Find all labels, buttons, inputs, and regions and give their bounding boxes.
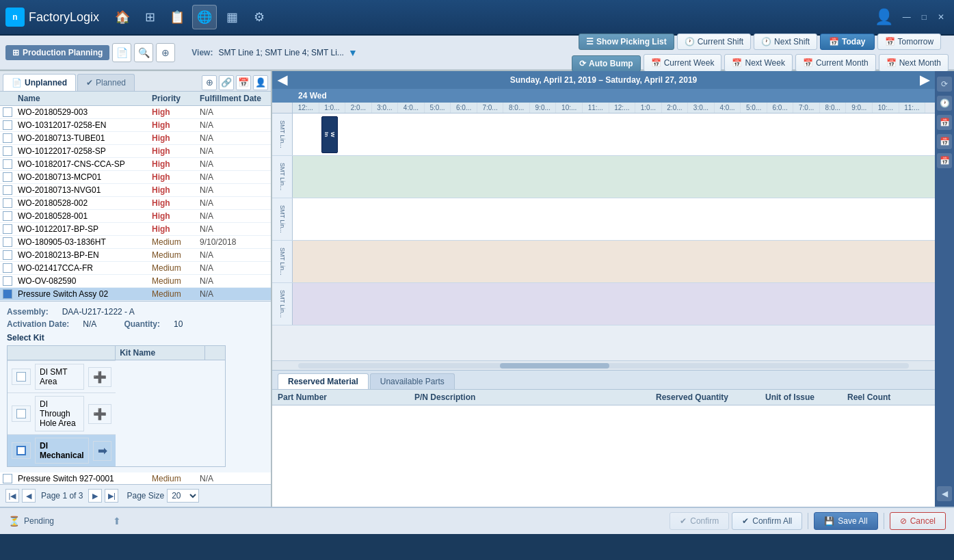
prev-page-btn[interactable]: ◀ (22, 489, 36, 503)
save-all-button[interactable]: 💾 Save All (814, 512, 877, 530)
tab-unavailable-parts[interactable]: Unavailable Parts (370, 373, 455, 389)
row-checkbox[interactable] (3, 224, 12, 234)
table-row[interactable]: Pressure Switch Assy 02 Medium N/A (0, 288, 271, 301)
horizontal-scrollbar[interactable] (272, 360, 935, 370)
sidebar-toggle-icon[interactable]: ◀ (937, 486, 952, 501)
row-checkbox[interactable] (3, 198, 12, 208)
table-row[interactable]: WO-20180213-BP-EN Medium N/A (0, 249, 271, 262)
list-item[interactable]: DI Through Hole Area ➕ (8, 392, 116, 434)
settings-icon[interactable]: ⚙ (247, 5, 271, 29)
calendar-action-icon[interactable]: 📅 (236, 75, 251, 90)
user-icon[interactable]: 👤 (875, 8, 893, 26)
tab-planned[interactable]: ✔ Planned (77, 74, 135, 91)
table-row[interactable]: WO-20180713-NVG01 High N/A (0, 184, 271, 197)
row-checkbox[interactable] (3, 474, 12, 483)
gantt-row-body[interactable] (293, 156, 935, 198)
next-page-btn[interactable]: ▶ (88, 489, 102, 503)
gantt-row-body[interactable] (293, 241, 935, 282)
row-checkbox[interactable] (3, 276, 12, 286)
sidebar-calendar-day-icon[interactable]: 📅 (937, 115, 952, 130)
gantt-row-body[interactable] (293, 283, 935, 325)
first-page-btn[interactable]: |◀ (5, 489, 19, 503)
grid-icon[interactable]: ⊞ (137, 5, 162, 29)
table-row[interactable]: WO-10312017-0258-EN High N/A (0, 119, 271, 132)
cancel-button[interactable]: ⊘ Cancel (890, 512, 946, 530)
last-page-btn[interactable]: ▶| (105, 489, 118, 503)
row-checkbox[interactable] (3, 120, 12, 130)
filter-icon[interactable]: ▼ (348, 47, 358, 58)
gantt-row-label: SMT Lin... (272, 283, 293, 325)
add-btn[interactable]: ⊕ (156, 43, 175, 62)
minimize-btn[interactable]: — (899, 11, 915, 23)
list-item[interactable]: DI Mechanical ➡ (8, 434, 116, 466)
auto-bump-button[interactable]: ⟳ Auto Bump (572, 55, 641, 72)
row-checkbox[interactable] (3, 250, 12, 260)
kit-checkbox[interactable] (16, 372, 26, 382)
list-item[interactable]: DI SMT Area ➕ (8, 360, 116, 392)
next-shift-button[interactable]: 🕐 Next Shift (754, 34, 817, 50)
table-row[interactable]: WO-20180713-TUBE01 High N/A (0, 132, 271, 145)
sidebar-clock-icon[interactable]: 🕐 (937, 96, 952, 111)
table-row[interactable]: WO-20180528-002 High N/A (0, 197, 271, 210)
cal-prev-btn[interactable]: ◀ (278, 72, 287, 88)
user-action-icon[interactable]: 👤 (253, 75, 268, 90)
row-checkbox[interactable] (3, 263, 12, 273)
row-checkbox[interactable] (3, 185, 12, 195)
show-picking-list-button[interactable]: ☰ Show Picking List (579, 34, 674, 50)
table-row[interactable]: WO-20180529-003 High N/A (0, 106, 271, 119)
clock-icon: 🕐 (685, 37, 695, 46)
globe-icon[interactable]: 🌐 (192, 5, 217, 29)
gantt-row-body[interactable] (293, 198, 935, 240)
next-week-button[interactable]: 📅 Next Week (724, 54, 792, 72)
sidebar-calendar-week-icon[interactable]: 📅 (937, 134, 952, 149)
tab-unplanned[interactable]: 📄 Unplanned (3, 74, 76, 91)
row-checkbox[interactable] (3, 107, 12, 117)
tomorrow-button[interactable]: 📅 Tomorrow (877, 34, 942, 50)
production-planning-button[interactable]: ⊞ Production Planning (5, 45, 109, 60)
row-checkbox[interactable] (3, 146, 12, 156)
next-month-button[interactable]: 📅 Next Month (879, 54, 949, 72)
confirm-button[interactable]: ✔ Confirm (670, 512, 729, 530)
close-btn[interactable]: ✕ (933, 11, 949, 23)
sidebar-refresh-icon[interactable]: ⟳ (937, 77, 952, 92)
add-action-icon[interactable]: ⊕ (202, 75, 217, 90)
table-row[interactable]: WO-180905-03-1836HT Medium 9/10/2018 (0, 236, 271, 249)
kit-checkbox[interactable] (16, 446, 26, 455)
today-button[interactable]: 📅 Today (820, 34, 874, 50)
table-row[interactable]: WO-20180528-001 High N/A (0, 210, 271, 223)
table-row[interactable]: WO-10182017-CNS-CCA-SP High N/A (0, 158, 271, 171)
kit-checkbox[interactable] (16, 409, 26, 418)
cal-next-btn[interactable]: ▶ (920, 72, 929, 88)
maximize-btn[interactable]: □ (918, 11, 931, 23)
table-row[interactable]: WO-10122017-BP-SP High N/A (0, 223, 271, 236)
search-btn[interactable]: 🔍 (134, 43, 153, 62)
row-checkbox[interactable] (3, 211, 12, 221)
home-icon[interactable]: 🏠 (110, 5, 135, 29)
row-checkbox[interactable] (3, 172, 12, 182)
current-month-button[interactable]: 📅 Current Month (795, 54, 876, 72)
table-row[interactable]: WO-021417CCA-FR Medium N/A (0, 262, 271, 275)
gantt-area[interactable]: SMT Lin... WIn SMT Lin... SMT Lin... SMT… (272, 114, 935, 360)
row-checkbox[interactable] (3, 237, 12, 247)
table-row[interactable]: WO-OV-082590 Medium N/A (0, 275, 271, 288)
footer-separator (808, 513, 808, 529)
row-checkbox[interactable] (3, 159, 12, 169)
table-row[interactable]: WO-20180713-MCP01 High N/A (0, 171, 271, 184)
current-shift-button[interactable]: 🕐 Current Shift (677, 34, 751, 50)
table-row[interactable]: WO-10122017-0258-SP High N/A (0, 145, 271, 158)
confirm-all-button[interactable]: ✔ Confirm All (732, 512, 802, 530)
table-row[interactable]: Pressure Switch 927-0001 Medium N/A (0, 472, 271, 484)
document-icon[interactable]: 📋 (165, 5, 189, 29)
topbar-nav-icons: 🏠 ⊞ 📋 🌐 ▦ ⚙ (110, 5, 271, 29)
monitor-icon[interactable]: ▦ (220, 5, 244, 29)
gantt-block[interactable]: WIn (321, 116, 338, 153)
page-size-select[interactable]: 20 50 100 (167, 489, 199, 503)
row-checkbox[interactable] (3, 289, 12, 299)
current-week-button[interactable]: 📅 Current Week (644, 54, 722, 72)
sidebar-calendar-month-icon[interactable]: 📅 (937, 153, 952, 168)
gantt-row-body[interactable]: WIn (293, 114, 935, 155)
tab-reserved-material[interactable]: Reserved Material (278, 373, 369, 389)
row-checkbox[interactable] (3, 133, 12, 143)
view-toggle-btn[interactable]: 📄 (112, 43, 131, 62)
link-action-icon[interactable]: 🔗 (219, 75, 234, 90)
